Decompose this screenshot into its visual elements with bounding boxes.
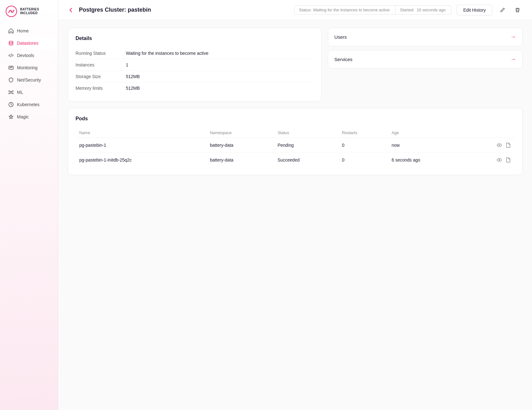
detail-row: Instances 1 — [76, 59, 314, 71]
detail-value: 1 — [126, 62, 128, 67]
pods-actions-header — [467, 128, 515, 138]
sidebar-item-label: Monitoring — [17, 65, 37, 70]
svg-point-2 — [9, 41, 13, 43]
page-header: Postgres Cluster: pastebin Status:Waitin… — [58, 0, 532, 20]
pods-column-header: Name — [76, 128, 206, 138]
sidebar-item-home[interactable]: Home — [3, 25, 55, 37]
started-text: Started: 10 seconds ago — [395, 6, 451, 14]
pods-column-header: Namespace — [206, 128, 274, 138]
kubernetes-icon — [8, 102, 14, 107]
main-content: Postgres Cluster: pastebin Status:Waitin… — [58, 0, 532, 410]
sidebar-item-datastores[interactable]: Datastores — [3, 37, 55, 49]
pod-restarts: 0 — [338, 153, 388, 168]
pods-card: Pods NameNamespaceStatusRestartsAge pg-p… — [68, 108, 523, 175]
logo-icon — [6, 6, 17, 17]
sidebar-item-label: Kubernetes — [17, 102, 40, 107]
back-button[interactable] — [68, 7, 74, 13]
pod-status: Succeeded — [274, 153, 338, 168]
sidebar-item-label: Magic — [17, 114, 29, 119]
users-arrow-icon: → — [510, 34, 516, 40]
details-title: Details — [76, 36, 314, 41]
sidebar-item-label: Net/Security — [17, 77, 41, 83]
logo: BATTERIES INCLUDED — [0, 6, 58, 25]
sidebar-item-monitoring[interactable]: Monitoring — [3, 62, 55, 74]
services-link-card[interactable]: Services → — [328, 50, 523, 69]
pods-table: NameNamespaceStatusRestartsAge pg-pasteb… — [76, 128, 515, 167]
view-icon-button[interactable] — [496, 157, 502, 163]
pod-status: Pending — [274, 138, 338, 153]
right-panel: Users → Services → — [328, 28, 523, 69]
status-badge: Status:Waiting for the instances to beco… — [294, 5, 451, 14]
users-link-card[interactable]: Users → — [328, 28, 523, 46]
home-icon — [8, 28, 14, 34]
edit-history-button[interactable]: Edit History — [456, 5, 492, 15]
detail-value: 512MB — [126, 74, 140, 79]
status-text: Status:Waiting for the instances to beco… — [294, 6, 395, 14]
pod-age: now — [388, 138, 467, 153]
pod-name: pg-pastebin-1 — [76, 138, 206, 153]
sidebar-item-devtools[interactable]: Devtools — [3, 49, 55, 61]
detail-row: Storage Size 512MB — [76, 71, 314, 83]
pod-age: 6 seconds ago — [388, 153, 467, 168]
content-area: Details Running Status Waiting for the i… — [58, 20, 532, 183]
detail-value: Waiting for the instances to become acti… — [126, 51, 209, 56]
pod-actions — [467, 138, 515, 153]
pod-restarts: 0 — [338, 138, 388, 153]
detail-value: 512MB — [126, 86, 140, 91]
file-icon-button[interactable] — [505, 142, 511, 148]
pod-namespace: battery-data — [206, 138, 274, 153]
monitoring-icon — [8, 65, 14, 71]
brand-text: BATTERIES INCLUDED — [20, 8, 39, 15]
details-rows: Running Status Waiting for the instances… — [76, 48, 314, 94]
services-link-label: Services — [334, 57, 353, 62]
datastores-icon — [8, 40, 14, 46]
edit-icon-button[interactable] — [497, 5, 507, 15]
details-card: Details Running Status Waiting for the i… — [68, 28, 322, 102]
svg-point-1 — [10, 10, 12, 12]
sidebar-item-kubernetes[interactable]: Kubernetes — [3, 99, 55, 111]
sidebar-nav: Home Datastores Devtools Monitoring Net/… — [0, 25, 58, 123]
table-row: pg-pastebin-1 battery-data Pending 0 now — [76, 138, 515, 153]
detail-key: Instances — [76, 62, 126, 67]
page-title: Postgres Cluster: pastebin — [79, 7, 151, 13]
svg-point-7 — [9, 93, 10, 94]
detail-key: Running Status — [76, 51, 126, 56]
detail-key: Storage Size — [76, 74, 126, 79]
detail-row: Running Status Waiting for the instances… — [76, 48, 314, 59]
sidebar-item-label: Datastores — [17, 41, 38, 46]
sidebar-item-magic[interactable]: Magic — [3, 111, 55, 123]
ml-icon — [8, 89, 14, 95]
svg-point-5 — [9, 91, 10, 92]
shield-icon — [8, 77, 14, 83]
pod-namespace: battery-data — [206, 153, 274, 168]
file-icon-button[interactable] — [505, 157, 511, 163]
view-icon-button[interactable] — [496, 142, 502, 148]
devtools-icon — [8, 53, 14, 58]
delete-icon-button[interactable] — [512, 5, 523, 15]
table-row: pg-pastebin-1-initdb-25q2c battery-data … — [76, 153, 515, 168]
sidebar-item-ml[interactable]: ML — [3, 86, 55, 98]
pods-column-header: Status — [274, 128, 338, 138]
users-link-label: Users — [334, 34, 347, 40]
pods-column-header: Age — [388, 128, 467, 138]
detail-key: Memory limits — [76, 86, 126, 91]
services-arrow-icon: → — [510, 56, 516, 63]
magic-icon — [8, 114, 14, 120]
sidebar: BATTERIES INCLUDED Home Datastores Devto… — [0, 0, 58, 410]
svg-point-4 — [10, 91, 12, 93]
detail-row: Memory limits 512MB — [76, 83, 314, 94]
sidebar-item-label: ML — [17, 90, 23, 95]
sidebar-item-label: Devtools — [17, 53, 34, 58]
pods-column-header: Restarts — [338, 128, 388, 138]
sidebar-item-label: Home — [17, 28, 29, 33]
top-row: Details Running Status Waiting for the i… — [68, 28, 523, 102]
pod-name: pg-pastebin-1-initdb-25q2c — [76, 153, 206, 168]
svg-point-15 — [499, 145, 500, 146]
pod-actions — [467, 153, 515, 168]
sidebar-item-net-security[interactable]: Net/Security — [3, 74, 55, 86]
svg-point-6 — [13, 91, 14, 92]
pods-title: Pods — [76, 116, 515, 122]
svg-point-8 — [13, 93, 14, 94]
svg-point-17 — [499, 159, 500, 161]
